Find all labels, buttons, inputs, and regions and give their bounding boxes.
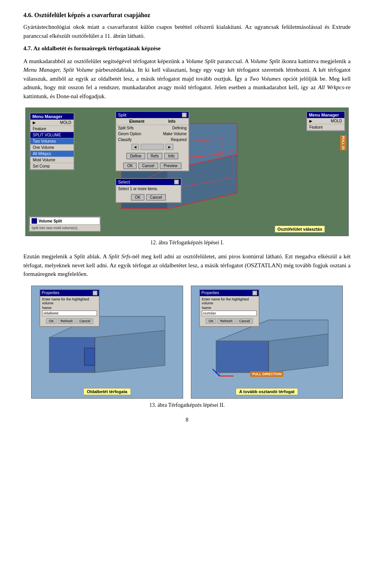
menu-manager-right: Menu Manager ▶MOLD Feature <box>306 111 345 131</box>
pull-dir-text: PULL DI <box>340 135 346 150</box>
mm-item-split-volume[interactable]: SPLIT VOLUME <box>30 132 74 138</box>
mm-item-all-wrkpcs[interactable]: All Wrkpcs <box>30 151 74 157</box>
mm-item-mold-volume[interactable]: Mold Volume <box>30 157 74 163</box>
mm-item-one-volume[interactable]: One Volume <box>30 145 74 151</box>
menu-manager-panel: Menu Manager ▶MOLD Feature SPLIT VOLUME … <box>30 113 74 170</box>
page-number: 8 <box>23 417 351 423</box>
props-name-input-right[interactable] <box>202 311 257 316</box>
paragraph-1: Gyártástechnológiai okok miatt a csavarf… <box>23 23 351 40</box>
select-dialog-title: Select × <box>116 179 181 185</box>
select-dialog-text: Select 1 or more items. <box>116 185 181 192</box>
nav-next-btn[interactable]: ▶ <box>166 144 173 150</box>
mm-item-mold[interactable]: ▶MOLD <box>30 120 74 126</box>
mm-right-mold[interactable]: ▶MOLD <box>307 118 344 124</box>
select-dialog: Select × Select 1 or more items. OK Canc… <box>115 178 182 203</box>
volume-split-title: Volume Split <box>30 217 100 225</box>
split-dialog-title: Split × <box>116 112 189 118</box>
figure-13-right: Properties × Enter name for the highligh… <box>191 286 343 399</box>
refs-button[interactable]: Refs <box>147 153 163 159</box>
split-btn-row-2: OK Cancel Preview <box>116 161 189 171</box>
cancel-button[interactable]: Cancel <box>138 162 158 169</box>
svg-rect-9 <box>85 348 95 366</box>
split-btn-row-1: Define Refs Info <box>116 151 189 161</box>
nav-prev-btn[interactable]: ◀ <box>131 144 139 150</box>
split-row-3: Classify Required <box>116 137 189 143</box>
select-cancel-button[interactable]: Cancel <box>146 194 166 201</box>
nav-bar <box>141 144 164 150</box>
define-button[interactable]: Define <box>126 153 145 159</box>
pull-direction-text: PULL DIRECTION <box>250 371 283 377</box>
split-close-button[interactable]: × <box>182 113 187 117</box>
mm-item-two-volumes[interactable]: Two Volumes <box>30 138 74 145</box>
props-btn-row-left: OK Refresh Cancel <box>42 317 97 325</box>
props-btn-row-right: OK Refresh Cancel <box>202 317 257 325</box>
props-dialog-left: Properties × Enter name for the highligh… <box>39 289 100 327</box>
props-cancel-right[interactable]: Cancel <box>236 318 253 324</box>
props-dialog-right: Properties × Enter name for the highligh… <box>199 289 259 327</box>
figure-12-annotation: Osztófelület választás <box>275 226 325 233</box>
select-close-button[interactable]: × <box>174 180 179 184</box>
props-cancel-left[interactable]: Cancel <box>77 318 93 324</box>
props-title-right: Properties × <box>200 290 259 296</box>
select-btn-row: OK Cancel <box>116 192 181 202</box>
split-row-2: Geom Option Make Volume <box>116 131 189 137</box>
volume-split-box: Volume Split Split into new mold volume(… <box>29 216 101 232</box>
props-name-input-left[interactable] <box>42 311 97 316</box>
figure-12: Menu Manager ▶MOLD Feature SPLIT VOLUME … <box>25 108 349 236</box>
figure-13-container: Properties × Enter name for the highligh… <box>23 286 351 399</box>
split-dialog: Split × Element Info Split Srfs Defining… <box>115 111 189 171</box>
props-refresh-right[interactable]: Refresh <box>217 318 235 324</box>
props-close-right[interactable]: × <box>252 291 257 295</box>
mm-right-feature[interactable]: Feature <box>307 124 344 131</box>
ok-button[interactable]: OK <box>123 162 136 169</box>
props-body-right: Enter name for the highlighted volume Na… <box>200 296 259 326</box>
figure-13-caption: 13. ábra Térfogatképzés lépései II. <box>23 401 351 409</box>
section-title: 4.6. Osztófelület képzés a csavarfurat c… <box>23 12 351 19</box>
mm-item-sel-comp[interactable]: Sel Comp <box>30 163 74 170</box>
paragraph-2: A munkadarabból az osztófelület segítség… <box>23 57 351 101</box>
select-ok-button[interactable]: OK <box>131 194 144 201</box>
menu-manager-title: Menu Manager <box>30 113 74 120</box>
props-body-left: Enter name for the highlighted volume Na… <box>40 296 99 326</box>
figure-12-container: Menu Manager ▶MOLD Feature SPLIT VOLUME … <box>23 108 351 236</box>
volume-split-body: Split into new mold volume(s). <box>30 225 100 231</box>
props-ok-right[interactable]: OK <box>206 318 216 324</box>
preview-button[interactable]: Preview <box>160 162 182 169</box>
props-title-left: Properties × <box>40 290 99 296</box>
props-ok-left[interactable]: OK <box>46 318 56 324</box>
info-button[interactable]: Info <box>164 153 178 159</box>
volume-split-icon <box>32 218 37 224</box>
mm-item-feature[interactable]: Feature <box>30 126 74 132</box>
props-refresh-left[interactable]: Refresh <box>58 318 76 324</box>
figure-13-left-annotation: Oldalbetét térfogata <box>83 388 131 395</box>
subsection-title: 4.7. Az oldalbetét és formaüregek térfog… <box>23 44 351 53</box>
props-close-left[interactable]: × <box>93 291 97 295</box>
figure-13-left: Properties × Enter name for the highligh… <box>31 286 183 399</box>
svg-marker-12 <box>216 341 269 373</box>
figure-13-right-annotation: A tovább osztandó térfogat <box>236 388 298 395</box>
figure-12-caption: 12. ábra Térfogatképzés lépései I. <box>23 238 351 247</box>
split-row-1: Split Srfs Defining <box>116 125 189 131</box>
paragraph-after-12: Ezután megjelenik a Split ablak. A Split… <box>23 252 351 279</box>
mm-right-title: Menu Manager <box>307 112 344 118</box>
split-nav-row: ◀ ▶ <box>116 143 189 151</box>
split-dialog-header: Element Info <box>116 118 189 125</box>
